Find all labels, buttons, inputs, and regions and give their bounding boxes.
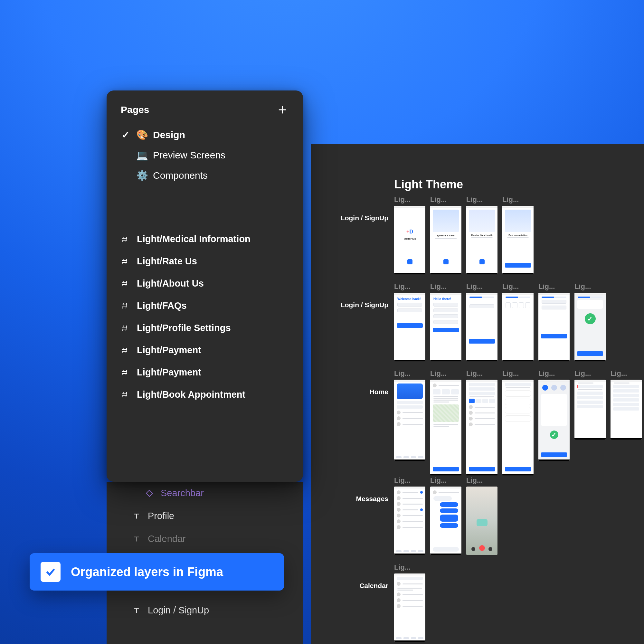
frame-label: Light/Payment (137, 367, 201, 378)
callout-chip: Organized layers in Figma (30, 553, 284, 591)
layer-label: Login / SignUp (148, 605, 209, 616)
page-label: Components (153, 170, 208, 181)
frame-thumb[interactable]: Lig... (466, 476, 497, 555)
page-components[interactable]: ⚙️ Components (114, 165, 296, 185)
layer-calendar[interactable]: Calendar (107, 527, 303, 550)
frame-label: Light/Profile Settings (137, 323, 231, 333)
thumb-label: Lig... (466, 195, 483, 204)
frame-thumb[interactable]: Lig... (394, 476, 425, 555)
frame-icon (121, 235, 130, 243)
component-icon (145, 489, 154, 497)
page-emoji: ⚙️ (136, 170, 147, 181)
frame-thumb[interactable]: Lig... (538, 369, 570, 475)
callout-text: Organized layers in Figma (71, 565, 223, 579)
section-title: Login / SignUp (327, 301, 388, 309)
section-title: Messages (327, 495, 388, 503)
frame-item[interactable]: Light/Payment (107, 339, 303, 361)
frame-label: Light/Book Appointment (137, 389, 245, 400)
frame-icon (121, 391, 130, 399)
frame-icon (121, 346, 130, 354)
page-list: ✓ 🎨 Design 💻 Preview Screens ⚙️ Componen… (107, 122, 303, 198)
frame-thumb[interactable]: Lig...Welcome back! (394, 282, 425, 361)
check-icon: ✓ (121, 129, 130, 140)
frame-icon (121, 369, 130, 376)
frame-thumb[interactable]: Lig... (574, 282, 606, 361)
frames-list: Light/Medical Information Light/Rate Us … (107, 228, 303, 409)
frame-thumb[interactable]: Lig... (394, 563, 425, 642)
text-icon (132, 512, 141, 520)
layer-login-signup[interactable]: Login / SignUp (107, 599, 303, 622)
add-page-button[interactable] (276, 103, 289, 116)
frame-thumb[interactable]: Lig... Best consultation (502, 195, 534, 274)
frame-item[interactable]: Light/Book Appointment (107, 384, 303, 406)
pages-title: Pages (121, 104, 149, 115)
frame-item[interactable]: Light/FAQs (107, 295, 303, 317)
frame-icon (121, 302, 130, 310)
frame-thumb[interactable]: Lig... Quality & care (430, 195, 461, 274)
canvas-title: Light Theme (394, 178, 463, 191)
layer-searchbar[interactable]: Searchbar (107, 482, 303, 505)
page-emoji: 🎨 (136, 129, 147, 140)
frame-item[interactable]: Light/Rate Us (107, 250, 303, 272)
frame-item[interactable]: Light/Profile Settings (107, 317, 303, 339)
frame-label: Light/About Us (137, 278, 204, 289)
pages-panel: Pages ✓ 🎨 Design 💻 Preview Screens ⚙️ Co… (107, 90, 303, 482)
frame-thumb[interactable]: Lig...Hello there! (430, 282, 461, 361)
frame-icon (121, 280, 130, 288)
frame-item[interactable]: Light/Medical Information (107, 228, 303, 250)
frame-thumb[interactable]: Lig... (466, 282, 497, 361)
frame-icon (121, 258, 130, 265)
frame-icon (121, 324, 130, 332)
section-title: Login / SignUp (327, 214, 388, 222)
page-preview-screens[interactable]: 💻 Preview Screens (114, 145, 296, 165)
layer-profile[interactable]: Profile (107, 505, 303, 527)
frame-thumb[interactable]: Lig... (502, 282, 534, 361)
layer-label: Profile (148, 511, 174, 521)
page-label: Preview Screens (153, 150, 225, 161)
frame-label: Light/FAQs (137, 300, 187, 311)
page-design[interactable]: ✓ 🎨 Design (114, 125, 296, 145)
text-icon (132, 606, 141, 615)
checkbox-icon (41, 562, 61, 582)
thumb-label: Lig... (502, 195, 519, 204)
frame-thumb[interactable]: Lig... (538, 282, 570, 361)
page-label: Design (153, 129, 185, 140)
text-icon (132, 535, 141, 543)
frame-thumb[interactable]: Lig... (574, 369, 606, 475)
frame-thumb[interactable]: Lig... (611, 369, 642, 475)
thumb-label: Lig... (394, 195, 411, 204)
frame-item[interactable]: Light/About Us (107, 272, 303, 295)
frame-thumb[interactable]: Lig... (466, 369, 497, 475)
canvas-panel[interactable]: Light Theme Login / SignUp Lig... +D Med… (311, 144, 644, 644)
frame-label: Light/Payment (137, 345, 201, 355)
thumb-label: Lig... (430, 195, 447, 204)
frame-thumb[interactable]: Lig... (430, 476, 461, 555)
frame-item[interactable]: Light/Payment (107, 361, 303, 384)
page-emoji: 💻 (136, 149, 147, 161)
frame-thumb[interactable]: Lig... (502, 369, 534, 475)
section-title: Calendar (327, 582, 388, 590)
layer-label: Searchbar (161, 488, 204, 498)
frame-label: Light/Medical Information (137, 234, 251, 244)
layer-label: Calendar (148, 534, 186, 544)
section-title: Home (327, 388, 388, 396)
frame-thumb[interactable]: Lig... (394, 369, 425, 475)
frame-thumb[interactable]: Lig... Monitor Your Health (466, 195, 497, 274)
frame-thumb[interactable]: Lig... +D MedoPlus (394, 195, 425, 274)
frame-label: Light/Rate Us (137, 256, 197, 267)
frame-thumb[interactable]: Lig... (430, 369, 461, 475)
